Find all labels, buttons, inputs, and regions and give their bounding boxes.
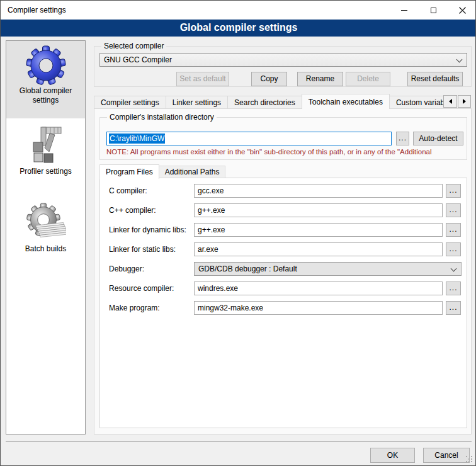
ok-button[interactable]: OK [370, 448, 415, 463]
maximize-button[interactable] [419, 1, 448, 20]
c-compiler-browse-button[interactable]: ... [446, 184, 461, 198]
tab-additional-paths[interactable]: Additional Paths [159, 166, 226, 178]
window-title: Compiler settings [8, 1, 66, 20]
tab-scroll-left-button[interactable] [443, 95, 457, 108]
cpp-compiler-browse-button[interactable]: ... [446, 203, 461, 217]
installation-directory-browse-button[interactable]: ... [396, 132, 409, 145]
resource-compiler-browse-button[interactable]: ... [446, 281, 461, 295]
compiler-settings-dialog: Compiler settings Global compiler settin… [0, 0, 476, 466]
sidebar-item-label: Profiler settings [6, 167, 85, 176]
sidebar-item-batch-builds[interactable]: Batch builds [6, 199, 85, 262]
rename-button[interactable]: Rename [297, 72, 343, 86]
sidebar-item-label: Global compiler settings [6, 86, 85, 105]
linker-static-browse-button[interactable]: ... [446, 242, 461, 256]
settings-sidebar: Global compiler settings Profiler settin… [6, 40, 86, 435]
window-controls [390, 1, 476, 20]
bin-subdirectory-note: NOTE: All programs must exist either in … [106, 148, 467, 156]
make-program-label: Make program: [109, 301, 160, 315]
close-icon [459, 7, 466, 14]
installation-directory-selected-text: C:\raylib\MinGW [109, 134, 165, 144]
set-as-default-button: Set as default [176, 72, 229, 86]
cpp-compiler-input[interactable]: g++.exe [194, 203, 443, 217]
sidebar-item-label: Batch builds [6, 244, 85, 254]
caliper-profiler-icon [26, 125, 66, 166]
resize-grip[interactable] [466, 456, 473, 463]
linker-static-label: Linker for static libs: [109, 242, 176, 256]
close-button[interactable] [448, 1, 476, 20]
chevron-down-icon [456, 57, 463, 63]
installation-directory-group-label: Compiler's installation directory [107, 113, 217, 122]
tab-scroll-right-button[interactable] [458, 95, 471, 108]
program-files-panel: C compiler: gcc.exe ... C++ compiler: g+… [99, 178, 467, 428]
linker-dynamic-browse-button[interactable]: ... [446, 223, 461, 237]
debugger-label: Debugger: [109, 262, 144, 276]
minimize-button[interactable] [390, 1, 419, 20]
sidebar-item-profiler-settings[interactable]: Profiler settings [6, 122, 85, 185]
cpp-compiler-label: C++ compiler: [109, 203, 156, 217]
gray-gear-stack-icon [26, 203, 66, 243]
installation-directory-input[interactable]: C:\raylib\MinGW [106, 132, 392, 145]
tab-program-files[interactable]: Program Files [99, 164, 159, 179]
maximize-icon [431, 8, 436, 13]
installation-directory-group: Compiler's installation directory C:\ray… [99, 117, 467, 160]
c-compiler-label: C compiler: [109, 184, 147, 198]
title-bar: Compiler settings [1, 1, 476, 20]
copy-button[interactable]: Copy [251, 72, 287, 86]
make-program-browse-button[interactable]: ... [446, 301, 461, 315]
footer-divider [6, 441, 472, 442]
make-program-input[interactable]: mingw32-make.exe [194, 301, 443, 315]
resource-compiler-input[interactable]: windres.exe [194, 281, 443, 295]
sidebar-item-global-compiler-settings[interactable]: Global compiler settings [6, 41, 85, 118]
auto-detect-button[interactable]: Auto-detect [413, 132, 463, 145]
main-tab-strip: Compiler settings Linker settings Search… [94, 93, 444, 109]
selected-compiler-group-label: Selected compiler [101, 42, 166, 50]
minimize-icon [401, 10, 407, 11]
linker-static-input[interactable]: ar.exe [194, 242, 443, 256]
c-compiler-input[interactable]: gcc.exe [194, 184, 443, 198]
debugger-select-value: GDB/CDB debugger : Default [198, 264, 297, 273]
linker-dynamic-label: Linker for dynamic libs: [109, 223, 186, 237]
arrow-right-icon [463, 99, 466, 104]
resource-compiler-label: Resource compiler: [109, 281, 174, 295]
blue-gear-icon [26, 45, 66, 85]
toolchain-executables-page: Compiler's installation directory C:\ray… [94, 108, 472, 435]
tab-toolchain-executables[interactable]: Toolchain executables [302, 94, 390, 109]
linker-dynamic-input[interactable]: g++.exe [194, 223, 443, 237]
tab-custom-variables[interactable]: Custom variables [389, 96, 444, 109]
compiler-select-value: GNU GCC Compiler [104, 55, 172, 64]
arrow-left-icon [449, 99, 452, 104]
tab-compiler-settings[interactable]: Compiler settings [94, 96, 166, 109]
program-files-tab-strip: Program Files Additional Paths [99, 164, 225, 178]
selected-compiler-group: Selected compiler GNU GCC Compiler Set a… [94, 46, 472, 87]
compiler-select[interactable]: GNU GCC Compiler [99, 53, 467, 67]
chevron-down-icon [451, 266, 457, 272]
tab-linker-settings[interactable]: Linker settings [166, 96, 228, 109]
tab-search-directories[interactable]: Search directories [227, 96, 302, 109]
debugger-select[interactable]: GDB/CDB debugger : Default [194, 262, 462, 276]
reset-defaults-button[interactable]: Reset defaults [407, 72, 463, 86]
cancel-button[interactable]: Cancel [423, 448, 470, 463]
page-title: Global compiler settings [1, 20, 476, 37]
delete-button: Delete [346, 72, 390, 86]
